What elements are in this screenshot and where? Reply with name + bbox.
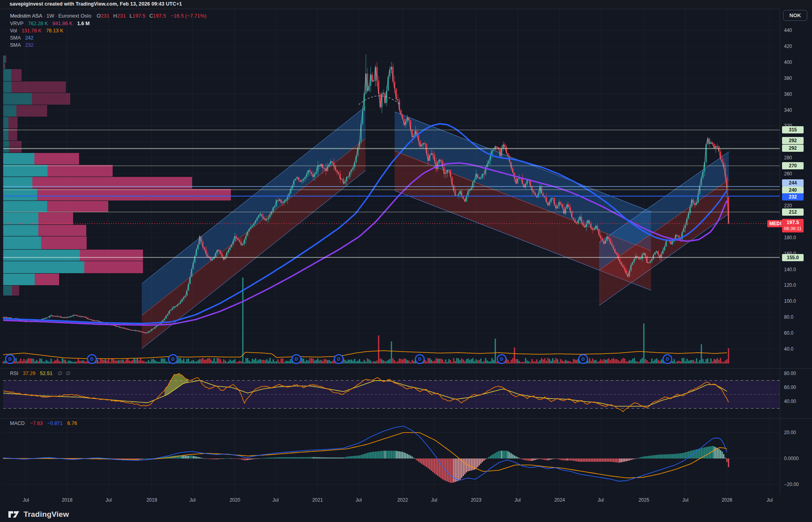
bar-countdown: 06:36:11 xyxy=(784,226,802,232)
price-axis[interactable]: NOK 440420400380360340320300280260240220… xyxy=(780,9,812,506)
macd-tick: 0.0000 xyxy=(784,456,799,461)
time-tick-2022[interactable]: 2022 xyxy=(397,497,408,503)
time-tick-jul[interactable]: Jul xyxy=(189,497,195,503)
price-tick: 220 xyxy=(784,203,792,208)
time-tick-2020[interactable]: 2020 xyxy=(230,497,240,503)
change-value: −16.5 (−7.71%) xyxy=(167,13,206,19)
price-tick: 40.0 xyxy=(784,346,793,352)
vol-value-1: 131.78 K xyxy=(18,28,42,34)
price-tick: 280 xyxy=(784,155,792,161)
tradingview-chart-window: savepiginvest created with TradingView.c… xyxy=(0,0,812,522)
price-level-badge: 232 xyxy=(782,193,804,200)
time-tick-jul[interactable]: Jul xyxy=(766,497,772,503)
timeframe[interactable]: 1W xyxy=(46,13,54,19)
price-level-badge: 212 xyxy=(782,208,804,216)
pane-separator-2[interactable] xyxy=(0,418,812,419)
time-tick-2021[interactable]: 2021 xyxy=(312,497,323,503)
open-value: 231 xyxy=(101,13,109,19)
vrvp-label[interactable]: VRVP xyxy=(10,21,24,26)
time-axis[interactable]: Jul2018Jul2019Jul2020Jul2021Jul2022Jul20… xyxy=(0,494,812,506)
price-tick: 400 xyxy=(784,60,792,65)
macd-tick: −20.00 xyxy=(784,482,799,487)
rsi-tick: 80.00 xyxy=(784,371,796,376)
macd-hist-value: −7.63 xyxy=(26,421,43,426)
time-tick-jul[interactable]: Jul xyxy=(514,497,520,503)
pane-separator-1[interactable] xyxy=(0,368,812,369)
time-tick-jul[interactable]: Jul xyxy=(105,497,111,503)
time-tick-2023[interactable]: 2023 xyxy=(471,497,482,503)
vrvp-legend-row[interactable]: VRVP 762.28 K 841.86 K 1.6 M xyxy=(10,21,89,26)
time-tick-jul[interactable]: Jul xyxy=(23,497,29,503)
sma2-value: 232 xyxy=(22,42,34,48)
price-level-badge: 155.0 xyxy=(782,254,804,261)
price-level-badge: 270 xyxy=(782,162,804,169)
vol-value-2: 78.13 K xyxy=(43,28,63,34)
symbol-price-tag: MEDI xyxy=(767,220,783,227)
price-tick: 260 xyxy=(784,171,792,177)
sma1-value: 242 xyxy=(22,35,34,41)
price-level-badge: 244 xyxy=(782,179,804,187)
svg-text:D: D xyxy=(666,357,669,361)
price-tick: 380 xyxy=(784,75,792,81)
price-tick: 180.0 xyxy=(784,235,796,240)
time-tick-2018[interactable]: 2018 xyxy=(62,497,73,503)
time-tick-jul[interactable]: Jul xyxy=(598,497,604,503)
rsi-label[interactable]: RSI xyxy=(10,371,18,376)
close-value: 197.5 xyxy=(153,13,166,19)
axis-separator xyxy=(780,9,780,506)
price-level-badge: 240 xyxy=(782,187,804,194)
chart-canvas[interactable]: DDDDDDDDD xyxy=(0,0,812,522)
time-tick-2019[interactable]: 2019 xyxy=(147,497,157,503)
low-value: 197.5 xyxy=(133,13,146,19)
rsi-legend-row[interactable]: RSI 37.29 52.51 ∅ ∅ xyxy=(10,370,70,376)
time-tick-jul[interactable]: Jul xyxy=(355,497,361,503)
rsi-value: 37.29 xyxy=(20,371,35,376)
volume-legend-row[interactable]: Vol 131.78 K 78.13 K xyxy=(10,28,64,34)
time-tick-jul[interactable]: Jul xyxy=(682,497,688,503)
rsi-empty-2: ∅ xyxy=(64,371,70,376)
svg-text:D: D xyxy=(582,357,585,361)
price-tick: 120.0 xyxy=(784,282,796,288)
sma1-label[interactable]: SMA xyxy=(10,35,20,41)
time-tick-jul[interactable]: Jul xyxy=(431,497,437,503)
symbol-legend-row[interactable]: Medistim ASA·1W·Euronext Oslo O231 H231 … xyxy=(10,13,206,19)
last-price-value: 197.5 xyxy=(784,220,802,226)
sma2-legend-row[interactable]: SMA 232 xyxy=(10,42,34,48)
price-tick: 420 xyxy=(784,44,792,49)
vrvp-total-volume: 1.6 M xyxy=(74,21,89,26)
price-tick: 140.0 xyxy=(784,267,796,272)
sma2-label[interactable]: SMA xyxy=(10,42,20,48)
macd-line-value: −0.871 xyxy=(44,421,63,426)
svg-text:D: D xyxy=(8,357,12,361)
svg-text:D: D xyxy=(337,357,340,361)
time-tick-2026[interactable]: 2026 xyxy=(722,497,733,503)
svg-text:D: D xyxy=(171,357,175,361)
price-tick: 340 xyxy=(784,107,792,113)
vol-label[interactable]: Vol xyxy=(10,28,17,34)
time-tick-2024[interactable]: 2024 xyxy=(554,497,565,503)
vrvp-down-volume: 841.86 K xyxy=(50,21,73,26)
macd-pane-layer xyxy=(3,426,729,483)
price-tick: 60.0 xyxy=(784,330,793,336)
rsi-pane-layer xyxy=(3,373,780,412)
rsi-tick: 40.00 xyxy=(784,399,796,404)
rsi-empty-1: ∅ xyxy=(54,371,62,376)
macd-tick: 20.00 xyxy=(784,430,796,435)
time-tick-2025[interactable]: 2025 xyxy=(639,497,649,503)
rsi-ma-value: 52.51 xyxy=(37,371,52,376)
high-value: 231 xyxy=(117,13,126,19)
svg-text:D: D xyxy=(418,357,421,361)
price-tick: 360 xyxy=(784,91,792,97)
macd-legend-row[interactable]: MACD −7.63 −0.871 6.76 xyxy=(10,421,77,426)
currency-button[interactable]: NOK xyxy=(783,10,807,21)
tradingview-logo[interactable]: TradingView xyxy=(8,510,69,519)
price-level-badge: 315 xyxy=(782,126,804,133)
tradingview-logo-text: TradingView xyxy=(24,510,69,519)
svg-text:D: D xyxy=(295,357,298,361)
macd-label[interactable]: MACD xyxy=(10,421,25,426)
time-tick-jul[interactable]: Jul xyxy=(272,497,278,503)
symbol-name[interactable]: Medistim ASA xyxy=(10,13,42,19)
sma1-legend-row[interactable]: SMA 242 xyxy=(10,35,34,41)
price-tick: 440 xyxy=(784,28,792,33)
price-level-badge: 292 xyxy=(782,145,804,152)
